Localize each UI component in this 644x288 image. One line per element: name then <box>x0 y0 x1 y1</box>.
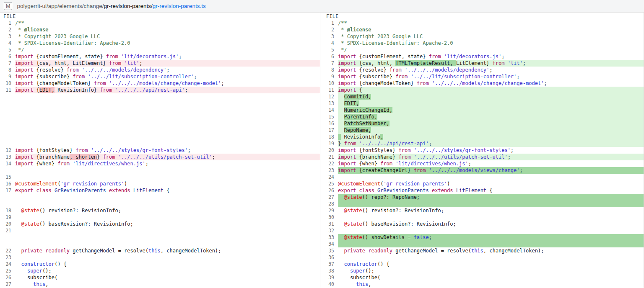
code-text[interactable]: private readonly getChangeModel = resolv… <box>338 247 644 254</box>
line-number[interactable]: 10 <box>320 80 338 87</box>
line-number[interactable]: 19 <box>320 140 338 147</box>
code-text[interactable]: this, <box>15 281 320 288</box>
code-text[interactable]: @customElement('gr-revision-parents') <box>338 180 644 187</box>
code-text[interactable]: * @license <box>338 26 644 33</box>
code-text[interactable]: * Copyright 2023 Google LLC <box>15 33 320 40</box>
code-text[interactable]: import {when} from 'lit/directives/when.… <box>15 160 320 167</box>
code-text[interactable]: import {branchName, shorten} from '../..… <box>15 154 320 160</box>
line-number[interactable]: 27 <box>0 281 15 288</box>
line-number[interactable]: 35 <box>320 247 338 254</box>
line-number[interactable]: 36 <box>320 254 338 261</box>
line-number[interactable]: 26 <box>320 187 338 194</box>
code-text[interactable]: * SPDX-License-Identifier: Apache-2.0 <box>338 40 644 46</box>
line-number[interactable]: 28 <box>320 201 338 207</box>
line-number[interactable]: 16 <box>0 180 15 187</box>
code-text[interactable]: super(); <box>15 267 320 274</box>
line-number[interactable]: 12 <box>0 147 15 154</box>
line-number[interactable]: 12 <box>320 93 338 100</box>
code-text[interactable]: * @license <box>15 26 320 33</box>
line-number[interactable]: 11 <box>320 87 338 93</box>
code-text[interactable] <box>338 241 644 247</box>
line-number[interactable]: 30 <box>320 214 338 221</box>
code-text[interactable]: /** <box>338 20 644 26</box>
line-number[interactable]: 13 <box>320 100 338 107</box>
code-text[interactable]: export class GrRevisionParents extends L… <box>338 187 644 194</box>
line-number[interactable]: 24 <box>0 261 15 267</box>
code-text[interactable]: @state() revision?: RevisionInfo; <box>338 207 644 214</box>
line-number[interactable]: 16 <box>320 120 338 127</box>
line-number[interactable]: 20 <box>320 147 338 154</box>
line-number[interactable]: 15 <box>0 174 15 180</box>
line-number[interactable]: 26 <box>0 274 15 281</box>
code-text[interactable] <box>338 254 644 261</box>
line-number[interactable]: 29 <box>320 207 338 214</box>
code-text[interactable]: import {resolve} from '../../../models/d… <box>338 67 644 73</box>
line-number[interactable]: 25 <box>320 180 338 187</box>
code-text[interactable]: subscribe( <box>338 274 644 281</box>
line-number[interactable]: 14 <box>320 107 338 113</box>
code-text[interactable]: @state() baseRevision?: RevisionInfo; <box>15 221 320 227</box>
line-number[interactable]: 34 <box>320 241 338 247</box>
code-text[interactable]: import {changeModelToken} from '../../..… <box>15 80 320 87</box>
line-number[interactable]: 40 <box>320 281 338 288</box>
code-text[interactable]: import {when} from 'lit/directives/when.… <box>338 160 644 167</box>
code-text[interactable]: @state() showDetails = false; <box>338 234 644 241</box>
line-number[interactable]: 39 <box>320 274 338 281</box>
line-number[interactable]: 38 <box>320 267 338 274</box>
code-text[interactable]: @customElement('gr-revision-parents') <box>15 180 320 187</box>
code-text[interactable]: super(); <box>338 267 644 274</box>
code-text[interactable]: import {customElement, state} from 'lit/… <box>15 53 320 60</box>
line-number[interactable]: 32 <box>320 227 338 234</box>
code-text[interactable]: PatchSetNumber, <box>338 120 644 127</box>
file-section-button[interactable]: FILE <box>320 13 644 20</box>
code-text[interactable]: import {subscribe} from '../../lit/subsc… <box>15 73 320 80</box>
code-text[interactable]: @state() repo?: RepoName; <box>338 194 644 201</box>
code-text[interactable]: NumericChangeId, <box>338 107 644 113</box>
line-number[interactable]: 18 <box>0 207 15 214</box>
line-number[interactable]: 7 <box>320 60 338 67</box>
line-number[interactable]: 37 <box>320 261 338 267</box>
code-text[interactable]: EDIT, <box>338 100 644 107</box>
line-number[interactable]: 21 <box>0 227 15 234</box>
code-text[interactable]: * SPDX-License-Identifier: Apache-2.0 <box>15 40 320 46</box>
code-text[interactable]: export class GrRevisionParents extends L… <box>15 187 320 194</box>
line-number[interactable]: 5 <box>0 46 15 53</box>
line-number[interactable]: 27 <box>320 194 338 201</box>
code-text[interactable]: CommitId, <box>338 93 644 100</box>
code-text[interactable]: ParentInfo, <box>338 113 644 120</box>
line-number[interactable]: 25 <box>0 267 15 274</box>
code-text[interactable]: import {customElement, state} from 'lit/… <box>338 53 644 60</box>
line-number[interactable]: 33 <box>320 234 338 241</box>
line-number[interactable]: 10 <box>0 80 15 87</box>
code-text[interactable]: constructor() { <box>338 261 644 267</box>
line-number[interactable]: 23 <box>320 167 338 174</box>
code-text[interactable] <box>338 214 644 221</box>
line-number[interactable]: 2 <box>320 26 338 33</box>
line-number[interactable]: 15 <box>320 113 338 120</box>
code-text[interactable]: @state() baseRevision?: RevisionInfo; <box>338 221 644 227</box>
code-text[interactable] <box>15 254 320 261</box>
line-number[interactable]: 6 <box>0 53 15 60</box>
code-text[interactable] <box>338 201 644 207</box>
line-number[interactable]: 5 <box>320 46 338 53</box>
line-number[interactable]: 23 <box>0 254 15 261</box>
code-text[interactable]: import {branchName} from '../../../utils… <box>338 154 644 160</box>
line-number[interactable]: 22 <box>320 160 338 167</box>
code-text[interactable]: RepoName, <box>338 127 644 134</box>
code-text[interactable]: subscribe( <box>15 274 320 281</box>
line-number[interactable]: 24 <box>320 174 338 180</box>
code-text[interactable]: constructor() { <box>15 261 320 267</box>
line-number[interactable]: 1 <box>320 20 338 26</box>
code-text[interactable]: private readonly getChangeModel = resolv… <box>15 247 320 254</box>
file-name-link[interactable]: gr-revision-parents.ts <box>153 3 206 9</box>
line-number[interactable]: 14 <box>0 160 15 167</box>
line-number[interactable]: 19 <box>0 214 15 221</box>
line-number[interactable]: 21 <box>320 154 338 160</box>
line-number[interactable]: 3 <box>320 33 338 40</box>
line-number[interactable]: 11 <box>0 87 15 93</box>
code-text[interactable]: import {createChangeUrl} from '../../../… <box>338 167 644 174</box>
code-text[interactable] <box>338 227 644 234</box>
line-number[interactable]: 8 <box>0 67 15 73</box>
line-number[interactable]: 9 <box>320 73 338 80</box>
line-number[interactable]: 22 <box>0 247 15 254</box>
